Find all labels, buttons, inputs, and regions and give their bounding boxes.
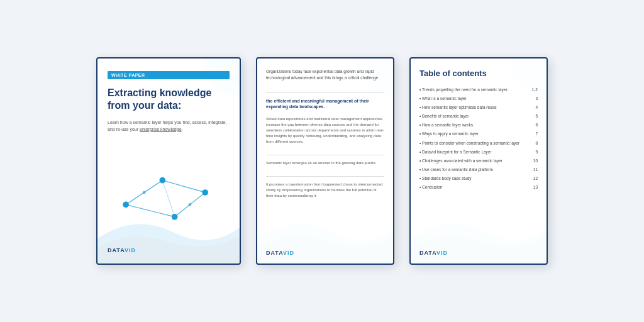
- toc-page-num: 5: [535, 113, 538, 119]
- svg-point-9: [202, 189, 208, 196]
- toc-page-num: 12: [533, 175, 538, 181]
- toc-item: Standards body case study12: [419, 175, 538, 181]
- network-diagram: [108, 149, 230, 236]
- toc-item-text: Points to consider when constructing a s…: [419, 140, 535, 146]
- toc-page-num: 9: [535, 149, 538, 155]
- toc-item: Datavid blueprint for a Semantic Layer9: [419, 149, 538, 155]
- toc-page-num: 7: [535, 131, 538, 136]
- svg-point-12: [189, 203, 192, 206]
- toc-item-text: What is a semantic layer: [419, 96, 535, 101]
- toc-item-text: Benefits of semantic layer: [419, 113, 535, 119]
- page3-footer: DATAVID: [419, 245, 538, 256]
- toc-item-text: Ways to apply a semantic layer: [419, 131, 535, 136]
- interior-page: Organizations today face exponential dat…: [256, 57, 394, 265]
- toc-list: Trends propelling the need for a semanti…: [419, 87, 538, 193]
- toc-page-num: 10: [533, 158, 538, 164]
- svg-line-6: [162, 180, 174, 217]
- pages-container: WHITE PAPER Extracting knowledge from yo…: [71, 32, 573, 290]
- toc-page-num: 1-2: [532, 87, 538, 92]
- page1-footer: DATAVID: [108, 242, 230, 253]
- svg-point-8: [159, 177, 165, 184]
- toc-item: What is a semantic layer3: [419, 96, 538, 101]
- toc-page-num: 13: [533, 184, 538, 190]
- toc-item: Conclusion13: [419, 184, 538, 190]
- toc-page-num: 11: [533, 167, 538, 172]
- page2-para1: Siloed data repositories and traditional…: [266, 116, 384, 145]
- svg-point-7: [123, 202, 129, 208]
- toc-item-text: How a semantic layer works: [419, 122, 535, 128]
- toc-page: Table of contents Trends propelling the …: [409, 57, 548, 265]
- toc-item-text: Datavid blueprint for a Semantic Layer: [419, 149, 535, 155]
- toc-item: Challenges associated with a semantic la…: [419, 158, 538, 164]
- page1-subtitle: Learn how a semantic layer helps you fin…: [108, 119, 230, 133]
- toc-item: Points to consider when constructing a s…: [419, 140, 538, 146]
- toc-item: How a semantic layer works6: [419, 122, 538, 128]
- toc-item-text: Challenges associated with a semantic la…: [419, 158, 533, 164]
- toc-title: Table of contents: [419, 69, 538, 78]
- datavid-logo-p1: DATAVID: [108, 247, 136, 253]
- toc-item-text: Conclusion: [419, 184, 533, 190]
- toc-page-num: 8: [535, 140, 538, 146]
- toc-page-num: 3: [535, 96, 538, 101]
- toc-item: Use cases for a semantic data platform11: [419, 167, 538, 172]
- datavid-logo-p3: DATAVID: [419, 250, 538, 256]
- page2-divider3: [266, 176, 384, 177]
- toc-item-text: How semantic layer optimizes data reuse: [419, 104, 535, 110]
- toc-item-text: Standards body case study: [419, 175, 533, 181]
- page2-footer: DATAVID: [266, 245, 384, 256]
- toc-item-text: Use cases for a semantic data platform: [419, 167, 533, 172]
- toc-item: Trends propelling the need for a semanti…: [419, 87, 538, 92]
- toc-item: Benefits of semantic layer5: [419, 113, 538, 119]
- page2-divider: [266, 92, 384, 93]
- svg-line-4: [126, 204, 175, 216]
- toc-page-num: 6: [535, 122, 538, 128]
- page2-intro: Organizations today face exponential dat…: [266, 69, 384, 81]
- page2-highlight: the efficient and meaningful management …: [266, 98, 384, 111]
- page2-divider2: [266, 155, 384, 155]
- svg-point-11: [143, 191, 146, 194]
- svg-line-3: [162, 180, 205, 192]
- cover-page: WHITE PAPER Extracting knowledge from yo…: [96, 57, 241, 265]
- white-paper-badge: WHITE PAPER: [108, 71, 230, 79]
- page1-title: Extracting knowledge from your data:: [108, 87, 230, 112]
- toc-item: Ways to apply a semantic layer7: [419, 131, 538, 136]
- svg-point-10: [172, 214, 178, 220]
- page2-para2: Semantic layer emerges as an answer to t…: [266, 160, 384, 166]
- toc-page-num: 4: [535, 104, 538, 110]
- network-svg: [108, 149, 230, 236]
- toc-item: How semantic layer optimizes data reuse4: [419, 104, 538, 110]
- page2-para3: It promises a transformation from fragme…: [266, 182, 384, 199]
- toc-item-text: Trends propelling the need for a semanti…: [419, 87, 532, 92]
- datavid-logo-p2: DATAVID: [266, 250, 384, 256]
